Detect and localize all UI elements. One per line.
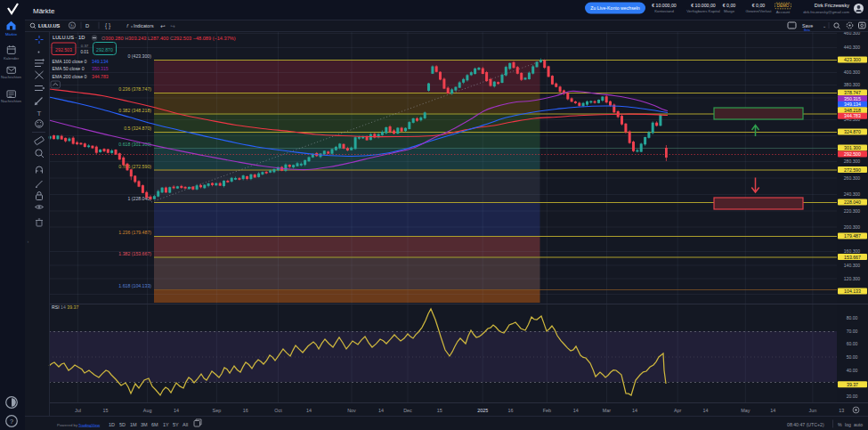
svg-text:0.37: 0.37 — [81, 44, 89, 48]
svg-text:May: May — [741, 408, 750, 413]
svg-text:1 (228.040): 1 (228.040) — [127, 196, 151, 201]
svg-text:348.218: 348.218 — [844, 108, 861, 113]
svg-text:%: % — [838, 422, 842, 427]
svg-text:€ 0,00: € 0,00 — [752, 3, 766, 8]
svg-text:39.37: 39.37 — [847, 382, 858, 387]
svg-text:↻: ↻ — [70, 23, 74, 28]
svg-text:228.040: 228.040 — [844, 199, 861, 205]
svg-text:TradingView: TradingView — [78, 423, 101, 427]
svg-text:All: All — [183, 422, 188, 427]
svg-text:324.870: 324.870 — [844, 129, 861, 134]
svg-text:160.300: 160.300 — [844, 248, 861, 254]
svg-text:0 (423.300): 0 (423.300) — [127, 53, 151, 59]
svg-text:1M: 1M — [130, 422, 137, 427]
svg-text:344.783: 344.783 — [92, 74, 109, 79]
svg-text:292.503: 292.503 — [55, 47, 72, 53]
svg-text:80.00: 80.00 — [847, 315, 858, 320]
svg-text:⌄: ⌄ — [823, 23, 826, 28]
svg-text:Dirk Friczewsky: Dirk Friczewsky — [815, 3, 849, 8]
svg-text:Aug: Aug — [143, 408, 152, 413]
svg-text:›: › — [28, 239, 29, 244]
svg-text:1.382 (153.667): 1.382 (153.667) — [118, 251, 151, 256]
svg-text:Mar: Mar — [603, 408, 611, 413]
svg-text:15: 15 — [102, 408, 108, 413]
svg-text:16: 16 — [508, 408, 514, 413]
svg-text:60.00: 60.00 — [847, 341, 858, 346]
svg-text:14: 14 — [378, 408, 384, 413]
svg-text:153.667: 153.667 — [844, 255, 861, 260]
svg-text:0.5 (324.870): 0.5 (324.870) — [124, 126, 151, 131]
svg-text:349.134: 349.134 — [92, 59, 109, 64]
svg-text:400.300: 400.300 — [844, 69, 861, 75]
svg-text:DEMO: DEMO — [777, 4, 790, 8]
svg-text:auto: auto — [854, 422, 863, 427]
svg-text:O300.280 H303.243 L287.400 C29: O300.280 H303.243 L287.400 C292.503 −48.… — [101, 36, 236, 41]
svg-text:301.300: 301.300 — [844, 145, 861, 150]
svg-text:5Y: 5Y — [173, 422, 179, 427]
svg-text:Beta: Beta — [804, 28, 810, 32]
svg-text:EMA 50 close 0: EMA 50 close 0 — [53, 66, 85, 71]
svg-text:↪: ↪ — [170, 23, 175, 29]
svg-text:14: 14 — [770, 408, 775, 413]
svg-text:200.300: 200.300 — [844, 224, 861, 230]
svg-text:Jun: Jun — [809, 408, 817, 413]
svg-text:Märkte: Märkte — [33, 7, 55, 15]
svg-text:14: 14 — [632, 408, 637, 413]
svg-text:350.315: 350.315 — [92, 66, 109, 71]
svg-text:292.500: 292.500 — [844, 151, 861, 157]
svg-text:Powered by: Powered by — [57, 423, 78, 427]
svg-text:3M: 3M — [141, 422, 148, 427]
svg-text:344.783: 344.783 — [844, 113, 861, 118]
svg-text:15: 15 — [437, 408, 442, 413]
svg-text:€ 10.000,00: € 10.000,00 — [652, 3, 677, 8]
svg-text:50.00: 50.00 — [847, 354, 858, 360]
svg-text:D: D — [85, 23, 89, 28]
svg-text:RSI 14 39.37: RSI 14 39.37 — [52, 304, 78, 310]
svg-text:423.300: 423.300 — [844, 57, 861, 62]
svg-text:Oct: Oct — [274, 408, 282, 413]
svg-text:Apr: Apr — [674, 408, 682, 413]
svg-text:220.300: 220.300 — [844, 208, 861, 214]
svg-text:x: x — [131, 24, 133, 28]
svg-text:Zu Live-Konto wechseln: Zu Live-Konto wechseln — [590, 5, 639, 11]
svg-text:272.590: 272.590 — [844, 167, 861, 173]
svg-text:Verfügbares Kapital: Verfügbares Kapital — [686, 9, 720, 13]
svg-text:?: ? — [10, 418, 13, 426]
svg-text:Marge: Marge — [724, 9, 735, 13]
svg-text:LULU.US · 1D: LULU.US · 1D — [53, 35, 85, 40]
svg-text:log: log — [845, 422, 851, 427]
svg-text:13: 13 — [839, 408, 844, 413]
svg-text:Nachrichten: Nachrichten — [1, 99, 22, 103]
svg-text:Gewinn/Verlust: Gewinn/Verlust — [746, 9, 773, 13]
svg-text:260.300: 260.300 — [844, 175, 861, 181]
svg-text:20.00: 20.00 — [847, 393, 858, 399]
svg-text:70.00: 70.00 — [847, 329, 858, 334]
svg-text:104.133: 104.133 — [844, 288, 861, 294]
svg-text:1.618 (104.133): 1.618 (104.133) — [118, 283, 151, 288]
svg-text:5D: 5D — [119, 422, 126, 427]
svg-text:280.300: 280.300 — [844, 158, 861, 164]
svg-text:349.134: 349.134 — [844, 101, 861, 107]
svg-text:Nov: Nov — [347, 408, 356, 413]
svg-text:40.00: 40.00 — [847, 368, 858, 373]
svg-text:Kontostand: Kontostand — [654, 9, 674, 13]
svg-text:1.236 (179.487): 1.236 (179.487) — [118, 230, 151, 235]
svg-text:08:40:47 (UTC+2): 08:40:47 (UTC+2) — [787, 422, 824, 427]
svg-text:440.300: 440.300 — [844, 45, 861, 50]
svg-text:378.747: 378.747 — [844, 90, 861, 95]
svg-text:292.870: 292.870 — [96, 47, 113, 53]
svg-text:240.300: 240.300 — [844, 191, 861, 197]
svg-text:350.315: 350.315 — [844, 96, 861, 101]
svg-text:120.300: 120.300 — [844, 276, 861, 281]
svg-text:14: 14 — [703, 408, 709, 413]
svg-text:Nachrichten: Nachrichten — [1, 75, 22, 79]
svg-text:1D: 1D — [109, 422, 115, 427]
svg-text:14: 14 — [306, 408, 312, 413]
svg-text:€ 10.000,00: € 10.000,00 — [691, 3, 716, 8]
svg-text:dirk.friczewsky@gmail.com: dirk.friczewsky@gmail.com — [803, 10, 849, 14]
svg-text:380.300: 380.300 — [844, 82, 861, 87]
svg-text:16: 16 — [243, 408, 248, 413]
svg-text:179.487: 179.487 — [844, 233, 861, 239]
svg-text:460.300: 460.300 — [844, 30, 861, 36]
svg-text:EMA 200 close 0: EMA 200 close 0 — [53, 74, 87, 79]
